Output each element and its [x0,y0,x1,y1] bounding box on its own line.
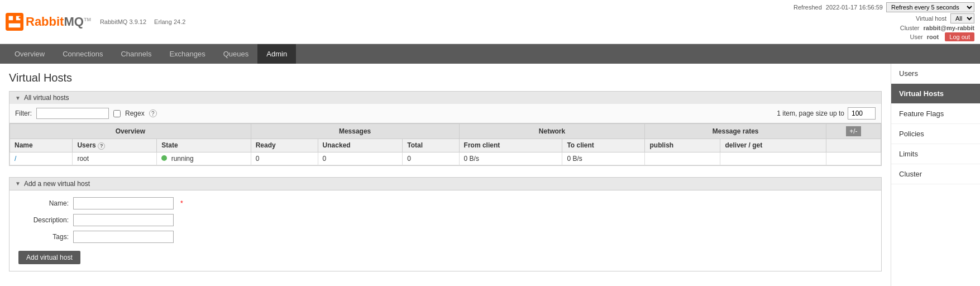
table-col-header-row: Name Users ? State Ready Unacked Total F… [10,139,881,152]
add-section-title: Add a new virtual host [24,180,90,188]
cluster-label: Cluster [900,25,920,31]
logo-tm: TM [84,17,91,22]
col-from-client: From client [459,139,562,152]
content-area: Virtual Hosts ▼ All virtual hosts Filter… [0,64,891,286]
group-message-rates: Message rates [645,124,826,139]
main-layout: Virtual Hosts ▼ All virtual hosts Filter… [0,64,980,286]
page-size-label: 1 item, page size up to [777,109,844,117]
tags-row: Tags: [18,231,872,243]
plus-minus-cell[interactable]: +/- [826,124,881,139]
vhost-label: Virtual host [916,15,946,22]
logo-area: RabbitMQTM RabbitMQ 3.9.12 Erlang 24.2 [6,13,185,31]
col-users: Users ? [73,139,157,152]
user-label: User [910,34,923,40]
add-vhost-form: Name: * Description: Tags: Add virtual h… [9,190,882,271]
tags-label: Tags: [18,233,69,241]
add-vhost-section-header[interactable]: ▼ Add a new virtual host [9,177,882,190]
rabbitmq-version: RabbitMQ 3.9.12 [100,18,146,25]
col-publish: publish [645,139,720,152]
erlang-version: Erlang 24.2 [154,18,185,25]
filter-label: Filter: [15,109,32,117]
nav-queues[interactable]: Queues [214,44,258,64]
svg-point-4 [19,17,21,19]
all-vhosts-section-header[interactable]: ▼ All virtual hosts [9,91,882,104]
vhost-tags-input[interactable] [73,231,174,243]
sidebar-item-users[interactable]: Users [891,64,980,84]
vhost-name-input[interactable] [73,197,174,209]
description-row: Description: [18,214,872,226]
svg-rect-3 [9,23,21,28]
user-value: root [927,34,939,40]
sidebar-item-cluster[interactable]: Cluster [891,164,980,184]
section-title: All virtual hosts [24,94,69,102]
add-vhost-button[interactable]: Add virtual host [18,251,80,264]
name-row: Name: * [18,197,872,209]
regex-label: Regex [125,109,145,117]
col-unacked: Unacked [318,139,403,152]
cell-from-client: 0 B/s [459,152,562,165]
vhost-row: Virtual host All / [916,13,974,23]
page-size-input[interactable] [848,107,876,120]
nav-exchanges[interactable]: Exchanges [160,44,214,64]
add-section-arrow-icon: ▼ [15,180,21,187]
rabbitmq-logo-icon [6,13,23,31]
nav-overview[interactable]: Overview [6,44,54,64]
vhost-table-body: / root running 0 0 0 0 B/s 0 B/s [10,152,881,165]
col-state: State [157,139,251,152]
col-empty [826,139,881,152]
col-name: Name [10,139,73,152]
svg-rect-0 [6,13,23,31]
cell-ready: 0 [251,152,318,165]
users-help-icon[interactable]: ? [98,142,105,150]
section-arrow-icon: ▼ [15,95,21,101]
sidebar-item-feature-flags[interactable]: Feature Flags [891,104,980,124]
logo: RabbitMQTM [6,13,91,31]
page-title: Virtual Hosts [9,72,882,84]
vhost-description-input[interactable] [73,214,174,226]
nav-connections[interactable]: Connections [54,44,112,64]
help-icon[interactable]: ? [149,109,157,117]
vhost-table: Overview Messages Network Message rates … [9,123,881,165]
description-label: Description: [18,216,69,224]
group-messages: Messages [251,124,459,139]
vhost-select[interactable]: All / [950,13,974,23]
cell-publish [645,152,720,165]
page-size-area: 1 item, page size up to [777,107,876,120]
sidebar-item-policies[interactable]: Policies [891,124,980,144]
nav-channels[interactable]: Channels [112,44,160,64]
svg-rect-1 [9,16,13,21]
filter-input[interactable] [36,108,109,119]
table-group-header-row: Overview Messages Network Message rates … [10,124,881,139]
cell-total: 0 [403,152,459,165]
cell-unacked: 0 [318,152,403,165]
col-to-client: To client [562,139,645,152]
add-vhost-section: ▼ Add a new virtual host Name: * Descrip… [9,177,882,271]
status-dot-icon [161,155,167,161]
refresh-interval-select[interactable]: Refresh every 5 seconds Refresh every 10… [886,2,974,12]
sidebar-item-virtual-hosts[interactable]: Virtual Hosts [891,84,980,104]
nav-admin[interactable]: Admin [257,44,296,64]
top-bar: RabbitMQTM RabbitMQ 3.9.12 Erlang 24.2 R… [0,0,980,44]
plus-minus-button[interactable]: +/- [846,126,861,136]
col-total: Total [403,139,459,152]
cell-state: running [157,152,251,165]
logo-brand-text: RabbitMQTM [26,15,91,29]
col-deliver-get: deliver / get [720,139,826,152]
cell-name[interactable]: / [10,152,73,165]
cell-deliver-get [720,152,826,165]
group-overview: Overview [10,124,251,139]
filter-pagesize-row: Filter: Regex ? 1 item, page size up to [9,104,882,123]
refresh-row: Refreshed 2022-01-17 16:56:59 Refresh ev… [793,2,974,12]
regex-checkbox[interactable] [113,110,121,117]
nav-bar: Overview Connections Channels Exchanges … [0,44,980,64]
logout-button[interactable]: Log out [945,32,974,41]
col-ready: Ready [251,139,318,152]
cluster-row: Cluster rabbit@my-rabbit [900,25,974,31]
user-row: User root Log out [910,32,974,41]
refreshed-timestamp: Refreshed 2022-01-17 16:56:59 [793,4,883,11]
state-value: running [171,155,194,163]
cell-to-client: 0 B/s [562,152,645,165]
sidebar-item-limits[interactable]: Limits [891,144,980,164]
required-star: * [180,199,183,207]
cluster-value: rabbit@my-rabbit [924,25,974,31]
